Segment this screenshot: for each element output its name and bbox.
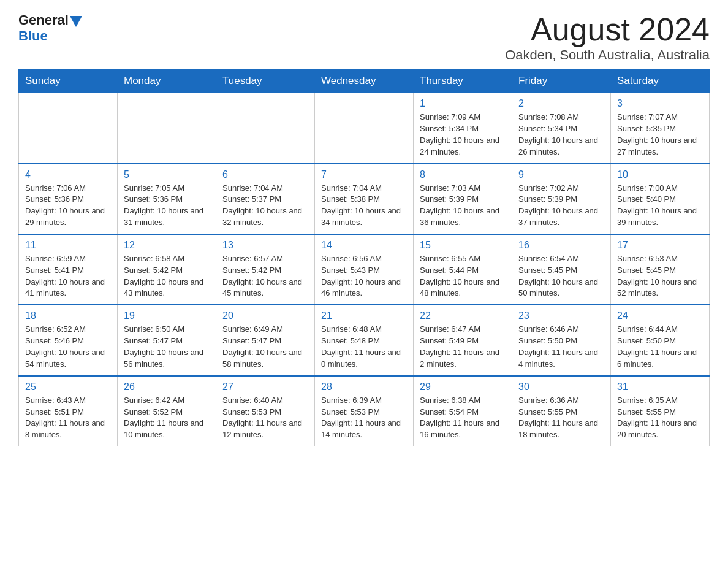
calendar-cell: 11Sunrise: 6:59 AM Sunset: 5:41 PM Dayli… <box>19 234 118 305</box>
calendar-cell <box>216 93 315 163</box>
day-number: 27 <box>222 381 308 393</box>
day-number: 14 <box>321 240 407 251</box>
calendar-cell: 31Sunrise: 6:35 AM Sunset: 5:55 PM Dayli… <box>611 376 710 446</box>
day-number: 29 <box>420 381 506 393</box>
calendar-cell: 5Sunrise: 7:05 AM Sunset: 5:36 PM Daylig… <box>118 164 216 234</box>
calendar-cell: 10Sunrise: 7:00 AM Sunset: 5:40 PM Dayli… <box>611 164 710 234</box>
calendar-cell: 30Sunrise: 6:36 AM Sunset: 5:55 PM Dayli… <box>512 376 611 446</box>
location-title: Oakden, South Australia, Australia <box>505 47 710 63</box>
day-number: 22 <box>420 310 506 321</box>
day-info: Sunrise: 6:54 AM Sunset: 5:45 PM Dayligh… <box>518 253 604 299</box>
day-number: 25 <box>25 381 111 393</box>
logo-blue-text: Blue <box>18 28 48 44</box>
day-info: Sunrise: 6:52 AM Sunset: 5:46 PM Dayligh… <box>25 324 111 370</box>
day-number: 8 <box>420 169 506 180</box>
day-number: 13 <box>222 240 308 251</box>
calendar-cell: 1Sunrise: 7:09 AM Sunset: 5:34 PM Daylig… <box>414 93 512 163</box>
calendar-cell: 23Sunrise: 6:46 AM Sunset: 5:50 PM Dayli… <box>512 305 611 375</box>
day-info: Sunrise: 6:56 AM Sunset: 5:43 PM Dayligh… <box>321 253 407 299</box>
calendar-cell: 12Sunrise: 6:58 AM Sunset: 5:42 PM Dayli… <box>118 234 216 305</box>
calendar-cell: 3Sunrise: 7:07 AM Sunset: 5:35 PM Daylig… <box>611 93 710 163</box>
calendar-cell: 6Sunrise: 7:04 AM Sunset: 5:37 PM Daylig… <box>216 164 315 234</box>
calendar-cell: 2Sunrise: 7:08 AM Sunset: 5:34 PM Daylig… <box>512 93 611 163</box>
page-header: General Blue August 2024 Oakden, South A… <box>18 12 710 63</box>
logo-triangle-icon <box>70 16 82 27</box>
calendar-cell: 26Sunrise: 6:42 AM Sunset: 5:52 PM Dayli… <box>118 376 216 446</box>
calendar-cell: 29Sunrise: 6:38 AM Sunset: 5:54 PM Dayli… <box>414 376 512 446</box>
day-number: 5 <box>124 169 210 180</box>
calendar-cell: 16Sunrise: 6:54 AM Sunset: 5:45 PM Dayli… <box>512 234 611 305</box>
col-header-saturday: Saturday <box>611 70 710 93</box>
calendar-cell: 7Sunrise: 7:04 AM Sunset: 5:38 PM Daylig… <box>315 164 414 234</box>
calendar-cell: 8Sunrise: 7:03 AM Sunset: 5:39 PM Daylig… <box>414 164 512 234</box>
col-header-wednesday: Wednesday <box>315 70 414 93</box>
day-info: Sunrise: 6:40 AM Sunset: 5:53 PM Dayligh… <box>222 395 308 441</box>
calendar-cell: 18Sunrise: 6:52 AM Sunset: 5:46 PM Dayli… <box>19 305 118 375</box>
day-number: 15 <box>420 240 506 251</box>
day-info: Sunrise: 6:43 AM Sunset: 5:51 PM Dayligh… <box>25 395 111 441</box>
day-info: Sunrise: 6:57 AM Sunset: 5:42 PM Dayligh… <box>222 253 308 299</box>
calendar-cell: 25Sunrise: 6:43 AM Sunset: 5:51 PM Dayli… <box>19 376 118 446</box>
day-info: Sunrise: 7:03 AM Sunset: 5:39 PM Dayligh… <box>420 183 506 229</box>
day-number: 24 <box>617 310 703 321</box>
day-number: 3 <box>617 98 703 109</box>
calendar-cell: 27Sunrise: 6:40 AM Sunset: 5:53 PM Dayli… <box>216 376 315 446</box>
day-info: Sunrise: 6:59 AM Sunset: 5:41 PM Dayligh… <box>25 253 111 299</box>
day-number: 21 <box>321 310 407 321</box>
day-info: Sunrise: 6:36 AM Sunset: 5:55 PM Dayligh… <box>518 395 604 441</box>
calendar-cell <box>118 93 216 163</box>
day-number: 30 <box>518 381 604 393</box>
calendar-cell: 9Sunrise: 7:02 AM Sunset: 5:39 PM Daylig… <box>512 164 611 234</box>
day-number: 10 <box>617 169 703 180</box>
day-info: Sunrise: 6:50 AM Sunset: 5:47 PM Dayligh… <box>124 324 210 370</box>
col-header-monday: Monday <box>118 70 216 93</box>
day-number: 31 <box>617 381 703 393</box>
day-number: 2 <box>518 98 604 109</box>
calendar-cell: 19Sunrise: 6:50 AM Sunset: 5:47 PM Dayli… <box>118 305 216 375</box>
calendar-cell: 15Sunrise: 6:55 AM Sunset: 5:44 PM Dayli… <box>414 234 512 305</box>
col-header-friday: Friday <box>512 70 611 93</box>
col-header-sunday: Sunday <box>19 70 118 93</box>
calendar-cell: 17Sunrise: 6:53 AM Sunset: 5:45 PM Dayli… <box>611 234 710 305</box>
day-info: Sunrise: 7:02 AM Sunset: 5:39 PM Dayligh… <box>518 183 604 229</box>
calendar-cell: 28Sunrise: 6:39 AM Sunset: 5:53 PM Dayli… <box>315 376 414 446</box>
day-number: 19 <box>124 310 210 321</box>
day-number: 4 <box>25 169 111 180</box>
day-info: Sunrise: 6:42 AM Sunset: 5:52 PM Dayligh… <box>124 395 210 441</box>
day-info: Sunrise: 7:04 AM Sunset: 5:37 PM Dayligh… <box>222 183 308 229</box>
day-number: 6 <box>222 169 308 180</box>
day-number: 7 <box>321 169 407 180</box>
day-info: Sunrise: 6:49 AM Sunset: 5:47 PM Dayligh… <box>222 324 308 370</box>
day-info: Sunrise: 7:05 AM Sunset: 5:36 PM Dayligh… <box>124 183 210 229</box>
week-row-4: 25Sunrise: 6:43 AM Sunset: 5:51 PM Dayli… <box>19 376 710 446</box>
calendar-cell: 14Sunrise: 6:56 AM Sunset: 5:43 PM Dayli… <box>315 234 414 305</box>
calendar-cell <box>315 93 414 163</box>
day-info: Sunrise: 6:35 AM Sunset: 5:55 PM Dayligh… <box>617 395 703 441</box>
day-info: Sunrise: 7:00 AM Sunset: 5:40 PM Dayligh… <box>617 183 703 229</box>
day-number: 17 <box>617 240 703 251</box>
month-title: August 2024 <box>505 12 710 47</box>
calendar-cell <box>19 93 118 163</box>
calendar-table: SundayMondayTuesdayWednesdayThursdayFrid… <box>18 69 710 446</box>
day-number: 26 <box>124 381 210 393</box>
day-info: Sunrise: 6:55 AM Sunset: 5:44 PM Dayligh… <box>420 253 506 299</box>
col-header-tuesday: Tuesday <box>216 70 315 93</box>
day-info: Sunrise: 6:38 AM Sunset: 5:54 PM Dayligh… <box>420 395 506 441</box>
week-row-3: 18Sunrise: 6:52 AM Sunset: 5:46 PM Dayli… <box>19 305 710 375</box>
day-number: 18 <box>25 310 111 321</box>
calendar-cell: 22Sunrise: 6:47 AM Sunset: 5:49 PM Dayli… <box>414 305 512 375</box>
day-info: Sunrise: 7:09 AM Sunset: 5:34 PM Dayligh… <box>420 112 506 158</box>
calendar-cell: 21Sunrise: 6:48 AM Sunset: 5:48 PM Dayli… <box>315 305 414 375</box>
day-number: 1 <box>420 98 506 109</box>
day-number: 28 <box>321 381 407 393</box>
day-number: 23 <box>518 310 604 321</box>
day-info: Sunrise: 6:46 AM Sunset: 5:50 PM Dayligh… <box>518 324 604 370</box>
day-info: Sunrise: 6:44 AM Sunset: 5:50 PM Dayligh… <box>617 324 703 370</box>
week-row-1: 4Sunrise: 7:06 AM Sunset: 5:36 PM Daylig… <box>19 164 710 234</box>
day-info: Sunrise: 6:53 AM Sunset: 5:45 PM Dayligh… <box>617 253 703 299</box>
calendar-cell: 24Sunrise: 6:44 AM Sunset: 5:50 PM Dayli… <box>611 305 710 375</box>
calendar-cell: 20Sunrise: 6:49 AM Sunset: 5:47 PM Dayli… <box>216 305 315 375</box>
day-number: 11 <box>25 240 111 251</box>
day-number: 12 <box>124 240 210 251</box>
day-info: Sunrise: 7:07 AM Sunset: 5:35 PM Dayligh… <box>617 112 703 158</box>
